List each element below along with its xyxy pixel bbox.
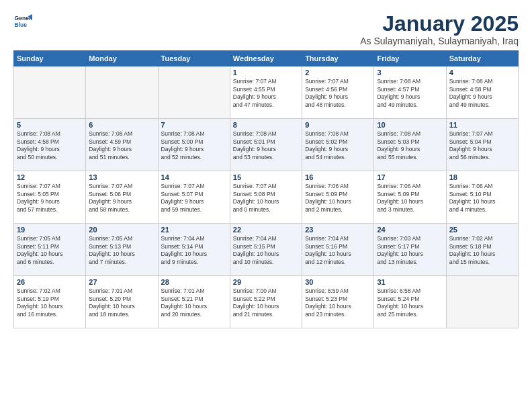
day-number: 16 [305,173,371,181]
day-number: 6 [89,121,154,129]
day-info: Sunrise: 7:05 AM Sunset: 5:13 PM Dayligh… [89,235,154,266]
day-number: 22 [233,226,299,234]
day-number: 29 [233,278,299,286]
col-header-thursday: Thursday [302,51,374,66]
day-info: Sunrise: 7:02 AM Sunset: 5:18 PM Dayligh… [449,235,515,266]
day-number: 12 [17,173,83,181]
day-info: Sunrise: 7:08 AM Sunset: 4:57 PM Dayligh… [377,78,443,109]
day-info: Sunrise: 7:08 AM Sunset: 4:58 PM Dayligh… [17,130,83,161]
day-number: 31 [377,278,443,286]
day-number: 25 [449,226,515,234]
day-number: 1 [233,68,299,77]
logo-icon: General Blue [13,12,32,31]
day-number: 5 [17,121,83,129]
day-info: Sunrise: 7:01 AM Sunset: 5:20 PM Dayligh… [89,287,154,318]
day-info: Sunrise: 7:05 AM Sunset: 5:11 PM Dayligh… [17,235,83,266]
calendar-cell: 5Sunrise: 7:08 AM Sunset: 4:58 PM Daylig… [14,119,86,171]
calendar-cell: 19Sunrise: 7:05 AM Sunset: 5:11 PM Dayli… [14,224,86,276]
col-header-friday: Friday [374,51,446,66]
day-info: Sunrise: 7:04 AM Sunset: 5:14 PM Dayligh… [161,235,227,266]
calendar-subtitle: As Sulaymaniyah, Sulaymaniyah, Iraq [360,36,519,46]
day-info: Sunrise: 7:07 AM Sunset: 4:55 PM Dayligh… [233,78,299,109]
calendar-cell: 30Sunrise: 6:59 AM Sunset: 5:23 PM Dayli… [302,276,374,328]
day-info: Sunrise: 7:02 AM Sunset: 5:19 PM Dayligh… [17,287,83,318]
week-row-3: 12Sunrise: 7:07 AM Sunset: 5:05 PM Dayli… [14,171,519,224]
day-info: Sunrise: 7:08 AM Sunset: 4:59 PM Dayligh… [89,130,154,161]
day-number: 17 [377,173,443,181]
day-info: Sunrise: 6:58 AM Sunset: 5:24 PM Dayligh… [377,287,443,318]
calendar-cell: 6Sunrise: 7:08 AM Sunset: 4:59 PM Daylig… [86,119,158,171]
calendar-cell: 14Sunrise: 7:07 AM Sunset: 5:07 PM Dayli… [158,171,230,224]
calendar-cell: 4Sunrise: 7:08 AM Sunset: 4:58 PM Daylig… [446,66,518,119]
calendar-cell: 15Sunrise: 7:07 AM Sunset: 5:08 PM Dayli… [230,171,302,224]
day-number: 21 [161,226,227,234]
day-number: 7 [161,121,227,129]
calendar-cell: 3Sunrise: 7:08 AM Sunset: 4:57 PM Daylig… [374,66,446,119]
day-info: Sunrise: 7:07 AM Sunset: 5:08 PM Dayligh… [233,183,299,214]
day-info: Sunrise: 7:06 AM Sunset: 5:10 PM Dayligh… [449,183,515,214]
logo: General Blue [13,12,32,31]
calendar-cell: 9Sunrise: 7:08 AM Sunset: 5:02 PM Daylig… [302,119,374,171]
calendar-cell: 8Sunrise: 7:08 AM Sunset: 5:01 PM Daylig… [230,119,302,171]
day-info: Sunrise: 7:07 AM Sunset: 5:04 PM Dayligh… [449,130,515,161]
calendar-page: General Blue January 2025 As Sulaymaniya… [0,0,532,335]
calendar-cell: 1Sunrise: 7:07 AM Sunset: 4:55 PM Daylig… [230,66,302,119]
day-info: Sunrise: 7:07 AM Sunset: 5:05 PM Dayligh… [17,183,83,214]
calendar-cell: 17Sunrise: 7:06 AM Sunset: 5:09 PM Dayli… [374,171,446,224]
calendar-cell: 25Sunrise: 7:02 AM Sunset: 5:18 PM Dayli… [446,224,518,276]
day-info: Sunrise: 7:03 AM Sunset: 5:17 PM Dayligh… [377,235,443,266]
day-info: Sunrise: 7:04 AM Sunset: 5:15 PM Dayligh… [233,235,299,266]
header-row: SundayMondayTuesdayWednesdayThursdayFrid… [14,51,519,66]
day-number: 19 [17,226,83,234]
title-block: January 2025 As Sulaymaniyah, Sulaymaniy… [360,12,519,46]
svg-text:Blue: Blue [15,21,28,28]
day-number: 24 [377,226,443,234]
calendar-cell: 26Sunrise: 7:02 AM Sunset: 5:19 PM Dayli… [14,276,86,328]
week-row-5: 26Sunrise: 7:02 AM Sunset: 5:19 PM Dayli… [14,276,519,328]
day-number: 26 [17,278,83,286]
day-info: Sunrise: 7:06 AM Sunset: 5:09 PM Dayligh… [377,183,443,214]
calendar-cell: 24Sunrise: 7:03 AM Sunset: 5:17 PM Dayli… [374,224,446,276]
day-number: 20 [89,226,154,234]
day-number: 30 [305,278,371,286]
day-info: Sunrise: 7:08 AM Sunset: 5:02 PM Dayligh… [305,130,371,161]
calendar-cell [446,276,518,328]
calendar-cell: 31Sunrise: 6:58 AM Sunset: 5:24 PM Dayli… [374,276,446,328]
day-info: Sunrise: 7:08 AM Sunset: 5:00 PM Dayligh… [161,130,227,161]
calendar-cell: 16Sunrise: 7:06 AM Sunset: 5:09 PM Dayli… [302,171,374,224]
day-number: 10 [377,121,443,129]
calendar-cell: 18Sunrise: 7:06 AM Sunset: 5:10 PM Dayli… [446,171,518,224]
calendar-cell: 21Sunrise: 7:04 AM Sunset: 5:14 PM Dayli… [158,224,230,276]
week-row-2: 5Sunrise: 7:08 AM Sunset: 4:58 PM Daylig… [14,119,519,171]
calendar-cell [14,66,86,119]
col-header-sunday: Sunday [14,51,86,66]
col-header-wednesday: Wednesday [230,51,302,66]
day-info: Sunrise: 7:00 AM Sunset: 5:22 PM Dayligh… [233,287,299,318]
calendar-cell: 13Sunrise: 7:07 AM Sunset: 5:06 PM Dayli… [86,171,158,224]
day-info: Sunrise: 7:08 AM Sunset: 4:58 PM Dayligh… [449,78,515,109]
day-info: Sunrise: 7:07 AM Sunset: 4:56 PM Dayligh… [305,78,371,109]
day-number: 2 [305,68,371,77]
day-number: 13 [89,173,154,181]
day-info: Sunrise: 7:08 AM Sunset: 5:03 PM Dayligh… [377,130,443,161]
calendar-cell: 23Sunrise: 7:04 AM Sunset: 5:16 PM Dayli… [302,224,374,276]
calendar-cell: 29Sunrise: 7:00 AM Sunset: 5:22 PM Dayli… [230,276,302,328]
calendar-cell: 20Sunrise: 7:05 AM Sunset: 5:13 PM Dayli… [86,224,158,276]
calendar-cell: 2Sunrise: 7:07 AM Sunset: 4:56 PM Daylig… [302,66,374,119]
day-number: 28 [161,278,227,286]
day-info: Sunrise: 7:08 AM Sunset: 5:01 PM Dayligh… [233,130,299,161]
day-info: Sunrise: 7:07 AM Sunset: 5:07 PM Dayligh… [161,183,227,214]
day-number: 23 [305,226,371,234]
col-header-tuesday: Tuesday [158,51,230,66]
calendar-cell: 11Sunrise: 7:07 AM Sunset: 5:04 PM Dayli… [446,119,518,171]
day-info: Sunrise: 7:06 AM Sunset: 5:09 PM Dayligh… [305,183,371,214]
day-number: 4 [449,68,515,77]
calendar-cell: 12Sunrise: 7:07 AM Sunset: 5:05 PM Dayli… [14,171,86,224]
day-info: Sunrise: 7:07 AM Sunset: 5:06 PM Dayligh… [89,183,154,214]
calendar-title: January 2025 [360,12,519,36]
header: General Blue January 2025 As Sulaymaniya… [13,12,519,46]
calendar-cell: 10Sunrise: 7:08 AM Sunset: 5:03 PM Dayli… [374,119,446,171]
calendar-cell [86,66,158,119]
calendar-cell: 27Sunrise: 7:01 AM Sunset: 5:20 PM Dayli… [86,276,158,328]
day-number: 27 [89,278,154,286]
